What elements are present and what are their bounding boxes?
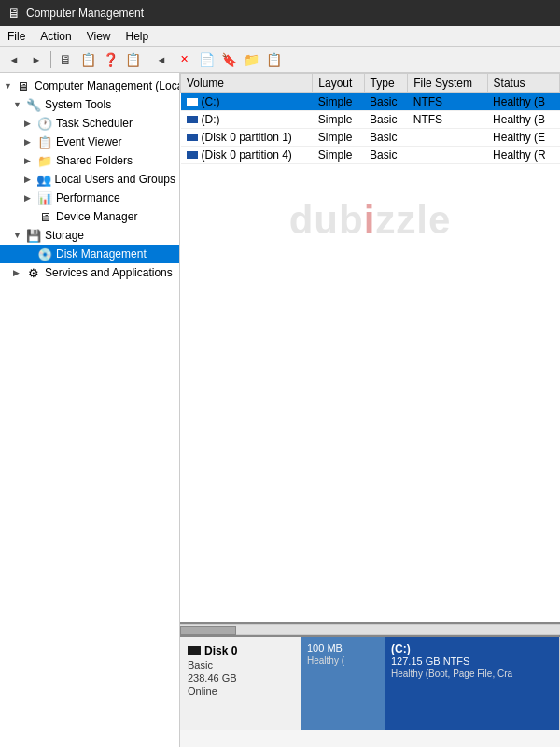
toolbar-btn-back2[interactable]: ◄ bbox=[151, 49, 172, 70]
cell-type: Basic bbox=[364, 129, 408, 147]
sidebar-item-computer-management[interactable]: ▼ 🖥 Computer Management (Local) bbox=[0, 77, 179, 95]
cell-volume: (C:) bbox=[181, 93, 313, 111]
sidebar-item-device-manager[interactable]: ▶ 🖥 Device Manager bbox=[0, 207, 179, 226]
cell-volume: (Disk 0 partition 1) bbox=[181, 129, 313, 147]
sidebar-label-device-manager: Device Manager bbox=[56, 210, 137, 223]
cell-status: Healthy (B bbox=[487, 93, 559, 111]
table-row[interactable]: (Disk 0 partition 4) Simple Basic Health… bbox=[181, 147, 560, 164]
sidebar-item-disk-management[interactable]: ▶ 💿 Disk Management bbox=[0, 245, 179, 263]
disk-size: 238.46 GB bbox=[188, 672, 293, 684]
disk-name: Disk 0 bbox=[188, 644, 293, 657]
sidebar-item-event-viewer[interactable]: ▶ 📋 Event Viewer bbox=[0, 133, 179, 151]
disk-management-icon: 💿 bbox=[37, 247, 52, 261]
toolbar-btn-7[interactable]: 📁 bbox=[241, 49, 261, 70]
expand-arrow-event: ▶ bbox=[24, 137, 34, 147]
volume-name: (D:) bbox=[187, 113, 307, 126]
disk-partitions: 100 MB Healthy ( (C:) 127.15 GB NTFS Hea… bbox=[301, 637, 560, 730]
col-type: Type bbox=[364, 74, 408, 93]
toolbar: ◄ ► 🖥 📋 ❓ 📋 ◄ ✕ 📄 🔖 📁 📋 bbox=[0, 47, 560, 73]
disk-panel: Disk 0 Basic 238.46 GB Online 100 MB Hea… bbox=[180, 635, 560, 747]
toolbar-btn-6[interactable]: 🔖 bbox=[218, 49, 239, 70]
toolbar-btn-3[interactable]: ❓ bbox=[100, 49, 120, 70]
partition-status-small: Healthy ( bbox=[307, 655, 379, 666]
vol-icon bbox=[187, 98, 198, 106]
toolbar-btn-2[interactable]: 📋 bbox=[77, 49, 98, 70]
toolbar-sep-1 bbox=[50, 51, 51, 68]
toolbar-forward[interactable]: ► bbox=[26, 49, 47, 70]
col-filesystem: File System bbox=[408, 74, 487, 93]
toolbar-btn-8[interactable]: 📋 bbox=[263, 49, 284, 70]
menu-view[interactable]: View bbox=[79, 28, 119, 45]
col-volume: Volume bbox=[181, 74, 313, 93]
sidebar-label-performance: Performance bbox=[56, 191, 120, 204]
col-layout: Layout bbox=[313, 74, 364, 93]
scroll-thumb[interactable] bbox=[180, 626, 236, 635]
table-row[interactable]: (Disk 0 partition 1) Simple Basic Health… bbox=[181, 129, 560, 147]
sidebar-label-task-scheduler: Task Scheduler bbox=[56, 117, 133, 130]
sidebar-label-local-users: Local Users and Groups bbox=[55, 173, 175, 186]
sidebar-label-storage: Storage bbox=[45, 229, 84, 242]
title-icon: 🖥 bbox=[7, 6, 21, 21]
menu-bar: File Action View Help bbox=[0, 26, 560, 47]
partition-label-large: (C:) bbox=[391, 642, 553, 655]
disk-label: Disk 0 Basic 238.46 GB Online bbox=[180, 637, 301, 730]
shared-folders-icon: 📁 bbox=[37, 153, 52, 168]
disk-row: Disk 0 Basic 238.46 GB Online 100 MB Hea… bbox=[180, 637, 560, 730]
sidebar: ▼ 🖥 Computer Management (Local) ▼ 🔧 Syst… bbox=[0, 73, 180, 747]
sidebar-item-system-tools[interactable]: ▼ 🔧 System Tools bbox=[0, 95, 179, 114]
sidebar-item-shared-folders[interactable]: ▶ 📁 Shared Folders bbox=[0, 151, 179, 170]
toolbar-btn-1[interactable]: 🖥 bbox=[55, 49, 76, 70]
expand-arrow-storage: ▼ bbox=[13, 231, 22, 240]
local-users-icon: 👥 bbox=[36, 172, 51, 187]
volumes-list: Volume Layout Type File System Status (C… bbox=[180, 73, 560, 164]
sidebar-item-task-scheduler[interactable]: ▶ 🕐 Task Scheduler bbox=[0, 114, 179, 133]
cell-type: Basic bbox=[364, 93, 408, 111]
sidebar-item-storage[interactable]: ▼ 💾 Storage bbox=[0, 226, 179, 245]
expand-arrow-system: ▼ bbox=[13, 100, 22, 109]
expand-arrow: ▼ bbox=[4, 81, 12, 91]
menu-action[interactable]: Action bbox=[33, 28, 78, 45]
volume-name: (Disk 0 partition 4) bbox=[187, 148, 307, 162]
menu-help[interactable]: Help bbox=[119, 28, 157, 45]
partition-size-small: 100 MB bbox=[307, 642, 379, 654]
col-status: Status bbox=[487, 74, 559, 93]
sidebar-label-services: Services and Applications bbox=[45, 266, 173, 279]
toolbar-btn-x[interactable]: ✕ bbox=[174, 49, 194, 70]
computer-icon: 🖥 bbox=[16, 78, 31, 93]
table-row[interactable]: (D:) Simple Basic NTFS Healthy (B bbox=[181, 111, 560, 129]
partition-large[interactable]: (C:) 127.15 GB NTFS Healthy (Boot, Page … bbox=[385, 637, 560, 730]
toolbar-btn-5[interactable]: 📄 bbox=[196, 49, 217, 70]
sidebar-item-performance[interactable]: ▶ 📊 Performance bbox=[0, 189, 179, 207]
menu-file[interactable]: File bbox=[0, 28, 33, 45]
vol-icon bbox=[187, 134, 198, 141]
volume-table: Volume Layout Type File System Status (C… bbox=[180, 73, 560, 624]
sidebar-item-local-users[interactable]: ▶ 👥 Local Users and Groups bbox=[0, 170, 179, 189]
vol-icon bbox=[187, 116, 198, 123]
volume-name: (Disk 0 partition 1) bbox=[187, 131, 307, 144]
cell-volume: (Disk 0 partition 4) bbox=[181, 147, 313, 164]
cell-status: Healthy (R bbox=[487, 147, 559, 164]
volume-name: (C:) bbox=[187, 95, 307, 108]
watermark-dot: i bbox=[364, 198, 376, 242]
cell-type: Basic bbox=[364, 111, 408, 129]
event-viewer-icon: 📋 bbox=[37, 134, 52, 149]
toolbar-btn-4[interactable]: 📋 bbox=[122, 49, 143, 70]
sidebar-item-services[interactable]: ▶ ⚙ Services and Applications bbox=[0, 263, 179, 282]
main-area: ▼ 🖥 Computer Management (Local) ▼ 🔧 Syst… bbox=[0, 73, 560, 747]
partition-size-large: 127.15 GB NTFS bbox=[391, 655, 553, 667]
partition-small[interactable]: 100 MB Healthy ( bbox=[301, 637, 385, 730]
cell-fs: NTFS bbox=[408, 111, 487, 129]
horizontal-scrollbar[interactable] bbox=[180, 624, 560, 635]
sidebar-label-system-tools: System Tools bbox=[45, 98, 111, 111]
title-bar: 🖥 Computer Management bbox=[0, 0, 560, 26]
expand-arrow-perf: ▶ bbox=[24, 193, 34, 203]
table-row[interactable]: (C:) Simple Basic NTFS Healthy (B bbox=[181, 93, 560, 111]
storage-icon: 💾 bbox=[26, 228, 41, 243]
toolbar-back[interactable]: ◄ bbox=[4, 49, 24, 70]
device-manager-icon: 🖥 bbox=[37, 209, 52, 224]
task-scheduler-icon: 🕐 bbox=[37, 116, 52, 131]
watermark: dubizzle bbox=[289, 198, 452, 243]
right-panel: Volume Layout Type File System Status (C… bbox=[180, 73, 560, 747]
system-tools-icon: 🔧 bbox=[26, 97, 41, 112]
disk-icon bbox=[188, 646, 201, 655]
